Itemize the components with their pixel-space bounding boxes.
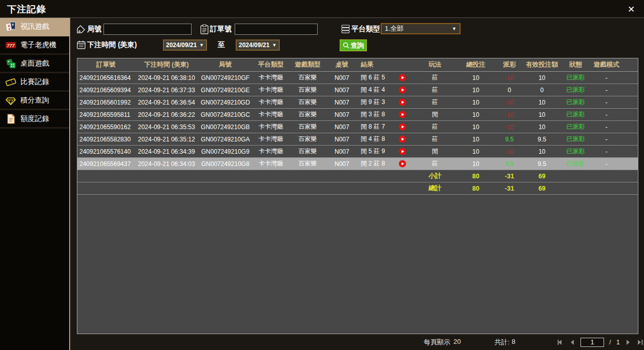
svg-text:777: 777	[7, 43, 15, 48]
col-header: 總投注	[456, 60, 495, 69]
next-page-button[interactable]	[625, 339, 631, 345]
cell-play-type: 莊	[413, 98, 456, 107]
cell-valid-bet: 0	[524, 87, 560, 94]
play-video-icon[interactable]	[399, 135, 406, 143]
last-page-icon	[636, 339, 643, 345]
table-row[interactable]: 240921065609394 2024-09-21 06:37:33 GN00…	[77, 84, 638, 96]
cell-game-type: 百家樂	[289, 73, 326, 82]
play-video-icon[interactable]	[399, 111, 406, 118]
play-video-icon[interactable]	[399, 123, 406, 131]
cell-bet-time: 2024-09-21 06:35:53	[135, 123, 199, 131]
date-from-select[interactable]: 2024/09/21 ▼	[163, 39, 207, 51]
col-header: 有效投注額	[524, 60, 560, 69]
cell-valid-bet: 10	[524, 111, 560, 118]
sidebar-item-video-games[interactable]: 9K♥ 視訊遊戲	[0, 18, 69, 36]
total-count: 共計: 8	[494, 338, 515, 347]
table-row[interactable]: 240921065569437 2024-09-21 06:34:03 GN00…	[77, 158, 638, 170]
table-row[interactable]: 240921065582830 2024-09-21 06:35:12 GN00…	[77, 133, 638, 146]
col-header: 下注時間 (美東)	[135, 60, 199, 69]
cell-round-no: GN007249210GA	[198, 136, 252, 143]
chevron-down-icon: ▼	[452, 26, 456, 31]
cell-payout: 9.5	[495, 136, 524, 143]
cell-platform: 卡卡灣廳	[252, 135, 289, 143]
sidebar-item-slots[interactable]: 777 電子老虎機	[0, 36, 69, 55]
play-video-icon[interactable]	[399, 74, 406, 81]
cell-bet-time: 2024-09-21 06:36:54	[135, 99, 199, 106]
cell-payout: -10	[495, 123, 524, 131]
cell-game-mode: -	[591, 87, 622, 94]
cell-status: 已派彩	[560, 98, 591, 107]
order-input[interactable]	[235, 24, 318, 35]
cell-table-no: N007	[326, 111, 358, 118]
table-row[interactable]: 240921065576140 2024-09-21 06:34:39 GN00…	[77, 146, 638, 158]
subtotal-label: 小計	[413, 172, 456, 180]
cell-result: 閒 6 莊 5	[358, 73, 413, 82]
sidebar-item-table-games[interactable]: 桌面遊戲	[0, 55, 69, 73]
col-header: 結果	[358, 60, 413, 69]
close-icon[interactable]: ✕	[626, 4, 637, 15]
cell-valid-bet: 10	[524, 99, 560, 106]
table-row[interactable]: 240921065595811 2024-09-21 06:36:22 GN00…	[77, 109, 638, 121]
page-number-input[interactable]	[580, 338, 604, 347]
date-to-select[interactable]: 2024/09/21 ▼	[236, 39, 280, 51]
play-video-icon[interactable]	[399, 86, 406, 94]
col-header: 派彩	[495, 60, 524, 69]
sidebar-item-quota-records[interactable]: 額度記錄	[0, 110, 69, 129]
query-button[interactable]: 查詢	[340, 39, 367, 51]
cell-table-no: N007	[326, 148, 358, 155]
round-input[interactable]	[103, 24, 192, 35]
page-size-label: 每頁顯示	[424, 338, 450, 347]
cell-result: 閒 3 莊 8	[358, 110, 413, 119]
dialog-titlebar: 下注記錄	[0, 0, 644, 18]
play-video-icon[interactable]	[399, 160, 406, 168]
platform-select[interactable]: 1.全部 ▼	[381, 23, 461, 34]
cell-game-mode: -	[591, 99, 622, 106]
col-header: 遊戲類型	[289, 60, 326, 69]
cell-valid-bet: 10	[524, 74, 560, 81]
table-row[interactable]: 240921065590162 2024-09-21 06:35:53 GN00…	[77, 121, 638, 133]
cell-bet-time: 2024-09-21 06:37:33	[135, 87, 199, 94]
play-video-icon[interactable]	[399, 98, 406, 106]
cell-order-no: 240921065616364	[77, 74, 135, 81]
cell-result: 閒 8 莊 7	[358, 122, 413, 131]
cell-total-bet: 10	[456, 160, 495, 168]
cell-table-no: N007	[326, 99, 358, 106]
chevron-down-icon: ▼	[272, 43, 277, 48]
subtotal-total-bet: 80	[456, 173, 495, 180]
table-row[interactable]: 240921065616364 2024-09-21 06:38:10 GN00…	[77, 72, 638, 84]
to-label: 至	[218, 40, 225, 50]
sidebar-item-label: 額度記錄	[20, 114, 49, 123]
date-from-value: 2024/09/21	[166, 42, 197, 49]
platform-select-value: 1.全部	[385, 24, 404, 33]
page-size-value: 20	[453, 338, 461, 347]
cell-play-type: 莊	[413, 122, 456, 131]
cell-payout: -10	[495, 111, 524, 118]
bet-records-dialog: 203,286.99 Essie 3 - 7,000 莊閒莊和莊閒和閒莊莊莊閒和…	[0, 0, 644, 350]
sidebar-item-match-records[interactable]: 比賽記錄	[0, 73, 69, 92]
gem-icon	[5, 95, 16, 106]
cell-bet-time: 2024-09-21 06:34:39	[135, 148, 199, 155]
cell-status: 已派彩	[560, 110, 591, 119]
cell-table-no: N007	[326, 160, 358, 168]
cell-result: 閒 9 莊 3	[358, 98, 413, 107]
prev-page-button[interactable]	[569, 339, 575, 345]
page-total: 1	[616, 338, 620, 346]
subtotal-valid-bet: 69	[524, 173, 560, 180]
sidebar-item-label: 桌面遊戲	[20, 59, 49, 68]
col-header: 平台類型	[252, 60, 289, 69]
sidebar-item-points-query[interactable]: 積分查詢	[0, 92, 69, 110]
sidebar-item-label: 視訊遊戲	[20, 22, 49, 31]
cell-payout: -10	[495, 74, 524, 81]
ticket-icon	[5, 76, 16, 88]
cell-order-no: 240921065576140	[77, 148, 135, 155]
bet-time-label: 下注時間 (美東)	[87, 40, 137, 50]
cell-platform: 卡卡灣廳	[252, 110, 289, 119]
query-button-label: 查詢	[351, 41, 364, 50]
cell-game-type: 百家樂	[289, 159, 326, 168]
last-page-button[interactable]	[636, 339, 643, 345]
dice-icon	[5, 58, 16, 69]
table-row[interactable]: 240921065601992 2024-09-21 06:36:54 GN00…	[77, 96, 638, 109]
cell-valid-bet: 10	[524, 123, 560, 131]
first-page-button[interactable]	[557, 339, 564, 345]
play-video-icon[interactable]	[399, 148, 406, 155]
